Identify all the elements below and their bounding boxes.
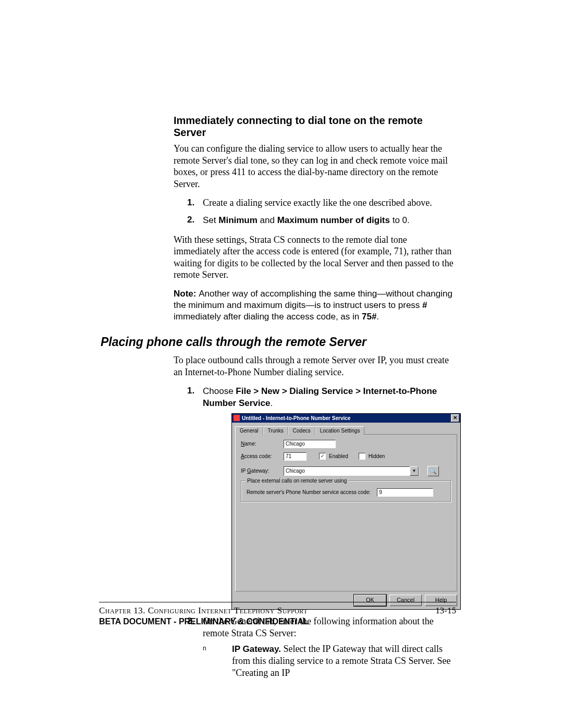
note-label: Note: [174, 289, 199, 299]
label-hidden: Hidden [369, 453, 385, 460]
step-2: 2. Set Minimum and Maximum number of dig… [174, 214, 455, 226]
tab-codecs[interactable]: Codecs [288, 426, 315, 435]
intro-paragraph: You can configure the dialing service to… [174, 143, 455, 190]
window-title: Untitled - Internet-to-Phone Number Serv… [234, 415, 350, 422]
tab-strip: General Trunks Codecs Location Settings [235, 426, 457, 435]
close-button[interactable]: ✕ [451, 414, 459, 422]
label-ip-gateway: IP Gateway: [241, 467, 280, 474]
bullet-mark: n [203, 645, 206, 653]
heading-immediate-connect: Immediately connecting to dial tone on t… [174, 115, 455, 139]
page-footer: Chapter 13. Configuring Internet Telepho… [99, 602, 456, 626]
row-ip-gateway: IP Gateway: Chicago ▼ 🔍 [241, 466, 451, 476]
chevron-down-icon[interactable]: ▼ [410, 466, 419, 476]
heading-placing-calls: Placing phone calls through the remote S… [101, 335, 455, 349]
content-area: Immediately connecting to dial tone on t… [101, 115, 455, 687]
label-remote-access-code: Remote server's Phone Number service acc… [247, 489, 371, 496]
tab-general[interactable]: General [235, 426, 263, 435]
ip-gateway-value: Chicago [284, 467, 410, 474]
ip-gateway-select[interactable]: Chicago ▼ [284, 466, 419, 476]
name-input[interactable] [284, 440, 336, 448]
tab-trunks[interactable]: Trunks [263, 426, 288, 435]
tab-location-settings[interactable]: Location Settings [315, 426, 365, 435]
bullet-label: IP Gateway. [232, 644, 281, 654]
access-code-input[interactable] [284, 452, 307, 461]
step-text: Create a dialing service exactly like th… [203, 198, 432, 208]
label-enabled: Enabled [329, 453, 348, 460]
dialog-internet-to-phone-service: Untitled - Internet-to-Phone Number Serv… [232, 414, 460, 609]
steps-list-1: 1. Create a dialing service exactly like… [174, 197, 455, 227]
section-immediately-connecting: Immediately connecting to dial tone on t… [174, 115, 455, 323]
page-number: 13-15 [435, 606, 456, 616]
paragraph-settings: With these settings, Strata CS connects … [174, 234, 455, 281]
step-number: 2. [187, 214, 194, 226]
enabled-checkbox[interactable]: ✓ [319, 453, 326, 460]
title-bar[interactable]: Untitled - Internet-to-Phone Number Serv… [232, 414, 460, 423]
row-name: Name: [241, 440, 451, 448]
row-remote-access-code: Remote server's Phone Number service acc… [247, 488, 446, 497]
label-name: Name: [241, 440, 280, 447]
row-access-code: Access code: ✓ Enabled Hidden [241, 452, 451, 461]
footer-rule [99, 602, 456, 602]
app-icon [234, 415, 240, 421]
step-number: 1. [187, 197, 194, 208]
group-legend: Place external calls on remote server us… [246, 477, 348, 484]
note-block: Note: Another way of accomplishing the s… [174, 288, 455, 323]
ip-gateway-browse-button[interactable]: 🔍 [427, 466, 439, 476]
step-1: 1. Create a dialing service exactly like… [174, 197, 455, 209]
remote-access-code-input[interactable] [377, 488, 433, 497]
tab-panel-general: Name: Access code: ✓ Enabled [235, 435, 457, 591]
step-number: 1. [187, 385, 194, 397]
label-access-code: Access code: [241, 453, 280, 460]
section-placing-calls: To place outbound calls through a remote… [174, 354, 455, 680]
confidential-label: BETA DOCUMENT - PRELIMINARY & CONFIDENTI… [99, 617, 456, 626]
dialog-body: General Trunks Codecs Location Settings … [232, 423, 460, 609]
page: Immediately connecting to dial tone on t… [0, 0, 563, 728]
group-place-external-calls: Place external calls on remote server us… [241, 480, 451, 502]
footer-line-1: Chapter 13. Configuring Internet Telepho… [99, 606, 456, 616]
step-text: Set Minimum and Maximum number of digits… [203, 215, 410, 225]
steps-list-2: 1. Choose File > New > Dialing Service >… [174, 385, 455, 680]
bullet-list: n IP Gateway. Select the IP Gateway that… [203, 643, 455, 680]
bullet-ip-gateway: n IP Gateway. Select the IP Gateway that… [203, 643, 455, 680]
intro-placing-calls: To place outbound calls through a remote… [174, 354, 455, 378]
chapter-label: Chapter 13. Configuring Internet Telepho… [99, 606, 308, 616]
step-text: Choose File > New > Dialing Service > In… [203, 386, 437, 408]
hidden-checkbox[interactable] [359, 453, 365, 460]
step-choose-file-new: 1. Choose File > New > Dialing Service >… [174, 385, 455, 609]
